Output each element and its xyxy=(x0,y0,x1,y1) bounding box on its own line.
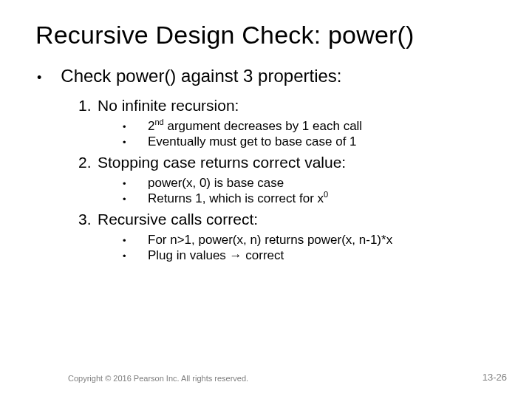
item-label: No infinite recursion: xyxy=(98,97,239,115)
sub-item: • For n>1, power(x, n) returns power(x, … xyxy=(123,233,502,248)
slide: Recursive Design Check: power() • Check … xyxy=(0,0,532,263)
sub-text: 2nd argument decreases by 1 each call xyxy=(148,119,362,134)
bullet-icon: • xyxy=(123,178,148,189)
item-number: 2. xyxy=(78,154,98,171)
numbered-item: 3. Recursive calls correct: xyxy=(78,211,502,228)
bullet-icon: • xyxy=(37,70,41,86)
sub-text: power(x, 0) is base case xyxy=(148,176,284,191)
sub-text: Returns 1, which is correct for x0 xyxy=(148,191,328,206)
bullet-icon: • xyxy=(123,194,148,205)
item-label: Stopping case returns correct value: xyxy=(98,154,346,171)
sub-item: • 2nd argument decreases by 1 each call xyxy=(123,119,502,134)
item-label: Recursive calls correct: xyxy=(98,211,258,228)
main-bullet-text: Check power() against 3 properties: xyxy=(61,66,341,86)
slide-number: 13-26 xyxy=(482,372,507,383)
numbered-row: 2. Stopping case returns correct value: xyxy=(78,154,502,171)
numbered-item: 1. No infinite recursion: xyxy=(78,97,502,115)
bullet-icon: • xyxy=(123,121,148,132)
sub-text: For n>1, power(x, n) returns power(x, n-… xyxy=(148,233,392,248)
sub-text: Eventually must get to base case of 1 xyxy=(148,134,357,149)
sub-list: • For n>1, power(x, n) returns power(x, … xyxy=(123,233,502,263)
item-number: 1. xyxy=(78,97,98,115)
sub-item: • Returns 1, which is correct for x0 xyxy=(123,191,502,206)
bullet-icon: • xyxy=(123,137,148,148)
sub-list: • power(x, 0) is base case • Returns 1, … xyxy=(123,176,502,206)
sub-item: • Eventually must get to base case of 1 xyxy=(123,134,502,149)
slide-title: Recursive Design Check: power() xyxy=(35,21,502,50)
numbered-row: 3. Recursive calls correct: xyxy=(78,211,502,228)
main-bullet-row: • Check power() against 3 properties: xyxy=(37,66,502,86)
bullet-icon: • xyxy=(123,250,148,262)
sub-item: • Plug in values → correct xyxy=(123,248,502,263)
sub-item: • power(x, 0) is base case xyxy=(123,176,502,191)
numbered-item: 2. Stopping case returns correct value: xyxy=(78,154,502,171)
copyright-text: Copyright © 2016 Pearson Inc. All rights… xyxy=(68,374,248,383)
item-number: 3. xyxy=(78,211,98,228)
bullet-icon: • xyxy=(123,235,148,246)
numbered-row: 1. No infinite recursion: xyxy=(78,97,502,115)
sub-list: • 2nd argument decreases by 1 each call … xyxy=(123,119,502,149)
sub-text: Plug in values → correct xyxy=(148,248,284,263)
